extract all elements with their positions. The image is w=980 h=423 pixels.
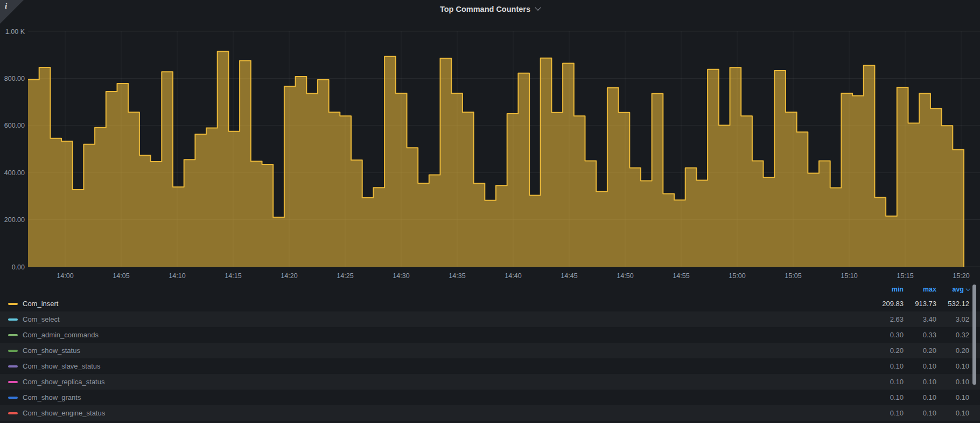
series-max: 0.20 — [904, 346, 936, 355]
series-min: 0.10 — [871, 362, 904, 370]
svg-text:14:10: 14:10 — [169, 272, 185, 280]
legend-sort-max[interactable]: max — [904, 286, 936, 293]
series-min: 0.10 — [871, 393, 904, 401]
svg-text:600.00: 600.00 — [4, 122, 25, 129]
svg-text:15:00: 15:00 — [729, 272, 745, 280]
y-axis: 1.00 K800.00600.00400.00200.000.00 — [4, 28, 25, 271]
svg-text:800.00: 800.00 — [4, 75, 25, 82]
panel-title[interactable]: Top Command Counters — [440, 5, 530, 13]
svg-text:14:55: 14:55 — [673, 272, 689, 280]
svg-text:14:15: 14:15 — [225, 272, 241, 280]
svg-text:15:15: 15:15 — [897, 272, 913, 280]
info-icon: i — [5, 2, 7, 11]
series-max: 0.10 — [904, 362, 936, 370]
series-max: 0.33 — [904, 331, 936, 339]
legend-row[interactable]: Com_show_grants0.100.100.10 — [0, 390, 980, 405]
legend-table: min max avg Com_insert209.83913.73532.12… — [0, 282, 980, 423]
sort-chevron-down-icon — [965, 286, 970, 290]
series-color-icon[interactable] — [8, 365, 18, 367]
series-max: 913.73 — [904, 300, 936, 308]
svg-text:14:20: 14:20 — [281, 272, 297, 280]
legend-row[interactable]: Com_show_slave_status0.100.100.10 — [0, 358, 980, 374]
series-color-icon[interactable] — [8, 381, 18, 383]
legend-row[interactable]: Com_admin_commands0.300.330.32 — [0, 327, 980, 343]
series-avg: 0.32 — [936, 331, 969, 339]
series-name[interactable]: Com_show_engine_status — [23, 409, 871, 417]
series-avg: 0.10 — [936, 393, 969, 401]
legend-row[interactable]: Com_select2.633.403.02 — [0, 311, 980, 327]
svg-text:14:00: 14:00 — [57, 272, 73, 280]
svg-text:14:25: 14:25 — [337, 272, 353, 280]
legend-row[interactable]: Com_show_engine_status0.100.100.10 — [0, 405, 980, 421]
series-avg: 3.02 — [936, 315, 969, 323]
info-corner[interactable]: i — [0, 0, 24, 24]
svg-text:0.00: 0.00 — [12, 263, 25, 271]
series-max: 0.10 — [904, 378, 936, 386]
svg-text:14:05: 14:05 — [113, 272, 129, 280]
series-color-icon[interactable] — [8, 318, 18, 321]
series-color-icon[interactable] — [8, 334, 18, 336]
svg-text:14:35: 14:35 — [449, 272, 465, 280]
series-name[interactable]: Com_show_slave_status — [23, 362, 871, 370]
svg-text:14:30: 14:30 — [393, 272, 409, 280]
series-name[interactable]: Com_show_grants — [23, 393, 871, 401]
series-avg: 0.10 — [936, 409, 969, 417]
legend-sort-min[interactable]: min — [871, 286, 904, 293]
svg-text:200.00: 200.00 — [4, 216, 25, 224]
svg-text:1.00 K: 1.00 K — [5, 28, 25, 36]
series-name[interactable]: Com_insert — [23, 300, 871, 308]
series-avg: 532.12 — [936, 300, 969, 308]
svg-text:15:10: 15:10 — [841, 272, 857, 280]
series-min: 0.10 — [871, 378, 904, 386]
series-color-icon[interactable] — [8, 303, 18, 305]
svg-text:400.00: 400.00 — [4, 169, 25, 177]
series-color-icon[interactable] — [8, 412, 18, 414]
series-min: 0.30 — [871, 331, 904, 339]
series-max: 0.10 — [904, 409, 936, 417]
legend-scrollbar-thumb[interactable] — [972, 285, 976, 385]
series-avg: 0.20 — [936, 346, 969, 355]
legend-row[interactable]: Com_insert209.83913.73532.12 — [0, 296, 980, 311]
legend-header: min max avg — [0, 282, 980, 296]
series-min: 209.83 — [871, 300, 904, 308]
series-max: 0.10 — [904, 393, 936, 401]
info-corner-triangle — [0, 0, 24, 24]
chevron-down-icon[interactable] — [535, 5, 541, 11]
series-color-icon[interactable] — [8, 350, 18, 352]
legend-sort-avg[interactable]: avg — [936, 286, 969, 293]
series-max: 3.40 — [904, 315, 936, 323]
series-name[interactable]: Com_select — [23, 315, 871, 323]
legend-row[interactable]: Com_show_status0.200.200.20 — [0, 343, 980, 358]
series-avg: 0.10 — [936, 378, 969, 386]
series-avg: 0.10 — [936, 362, 969, 370]
svg-text:14:40: 14:40 — [505, 272, 521, 280]
panel-header[interactable]: Top Command Counters — [0, 0, 980, 18]
series-name[interactable]: Com_admin_commands — [23, 331, 871, 339]
series-min: 0.10 — [871, 409, 904, 417]
svg-text:14:50: 14:50 — [617, 272, 633, 280]
series-name[interactable]: Com_show_status — [23, 346, 871, 355]
series-min: 0.20 — [871, 346, 904, 355]
com-insert-area — [28, 52, 964, 267]
series-name[interactable]: Com_show_replica_status — [23, 378, 871, 386]
svg-text:14:45: 14:45 — [561, 272, 577, 280]
series-min: 2.63 — [871, 315, 904, 323]
time-series-chart: 1.00 K800.00600.00400.00200.000.0014:001… — [0, 0, 980, 285]
legend-row[interactable]: Com_show_replica_status0.100.100.10 — [0, 374, 980, 390]
svg-text:15:20: 15:20 — [953, 272, 969, 280]
series-color-icon[interactable] — [8, 397, 18, 399]
x-axis: 14:0014:0514:1014:1514:2014:2514:3014:35… — [57, 272, 969, 280]
svg-text:15:05: 15:05 — [785, 272, 801, 280]
